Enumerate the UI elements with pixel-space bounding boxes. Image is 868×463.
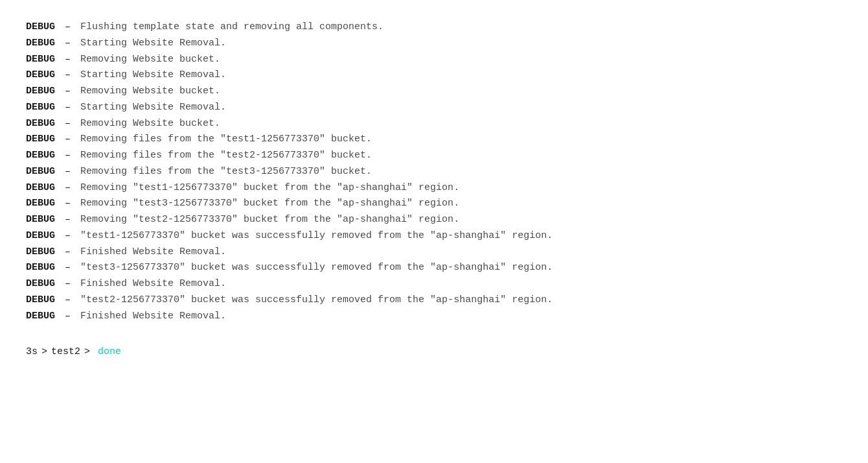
debug-label: DEBUG bbox=[26, 67, 55, 84]
log-message: Removing "test1-1256773370" bucket from … bbox=[80, 180, 459, 196]
debug-label: DEBUG bbox=[26, 52, 55, 68]
debug-label: DEBUG bbox=[26, 292, 55, 309]
log-message: Removing "test2-1256773370" bucket from … bbox=[80, 212, 459, 228]
debug-label: DEBUG bbox=[26, 212, 55, 228]
log-dash: – bbox=[59, 36, 76, 52]
log-message: "test2-1256773370" bucket was successful… bbox=[80, 292, 553, 309]
log-dash: – bbox=[59, 260, 76, 276]
log-dash: – bbox=[59, 52, 76, 68]
log-dash: – bbox=[59, 84, 76, 100]
log-line: DEBUG – Removing files from the "test1-1… bbox=[26, 132, 842, 148]
log-line: DEBUG – Finished Website Removal. bbox=[26, 244, 842, 261]
log-dash: – bbox=[59, 100, 76, 116]
log-line: DEBUG – Removing "test3-1256773370" buck… bbox=[26, 196, 842, 212]
log-message: Finished Website Removal. bbox=[80, 244, 226, 261]
debug-label: DEBUG bbox=[26, 180, 55, 196]
log-dash: – bbox=[59, 132, 76, 148]
footer-name: test2 bbox=[51, 346, 80, 357]
log-line: DEBUG – "test3-1256773370" bucket was su… bbox=[26, 260, 842, 276]
log-dash: – bbox=[59, 292, 76, 309]
log-message: Removing files from the "test1-125677337… bbox=[80, 132, 372, 148]
log-message: Finished Website Removal. bbox=[80, 309, 226, 325]
log-message: Removing files from the "test2-125677337… bbox=[80, 148, 372, 164]
log-dash: – bbox=[59, 164, 76, 180]
footer-arrow1: > bbox=[41, 346, 47, 357]
debug-label: DEBUG bbox=[26, 244, 55, 261]
debug-label: DEBUG bbox=[26, 132, 55, 148]
log-message: "test1-1256773370" bucket was successful… bbox=[80, 228, 553, 244]
debug-label: DEBUG bbox=[26, 309, 55, 325]
log-dash: – bbox=[59, 276, 76, 292]
log-container: DEBUG – Flushing template state and remo… bbox=[26, 13, 842, 331]
log-line: DEBUG – Removing Website bucket. bbox=[26, 116, 842, 132]
log-line: DEBUG – Flushing template state and remo… bbox=[26, 19, 842, 36]
log-line: DEBUG – Starting Website Removal. bbox=[26, 67, 842, 84]
debug-label: DEBUG bbox=[26, 164, 55, 180]
log-message: Removing files from the "test3-125677337… bbox=[80, 164, 372, 180]
log-line: DEBUG – Starting Website Removal. bbox=[26, 100, 842, 116]
log-message: Flushing template state and removing all… bbox=[80, 19, 383, 36]
log-dash: – bbox=[59, 228, 76, 244]
debug-label: DEBUG bbox=[26, 228, 55, 244]
log-message: Starting Website Removal. bbox=[80, 36, 226, 52]
log-line: DEBUG – Removing "test2-1256773370" buck… bbox=[26, 212, 842, 228]
log-message: Removing Website bucket. bbox=[80, 84, 220, 100]
log-message: Removing Website bucket. bbox=[80, 52, 220, 68]
log-message: Starting Website Removal. bbox=[80, 67, 226, 84]
log-line: DEBUG – Removing "test1-1256773370" buck… bbox=[26, 180, 842, 196]
footer-time: 3s bbox=[26, 346, 38, 357]
log-line: DEBUG – Removing Website bucket. bbox=[26, 84, 842, 100]
debug-label: DEBUG bbox=[26, 100, 55, 116]
footer: 3s > test2 > done bbox=[26, 346, 842, 357]
log-message: Finished Website Removal. bbox=[80, 276, 226, 292]
log-dash: – bbox=[59, 19, 76, 36]
log-line: DEBUG – Removing files from the "test3-1… bbox=[26, 164, 842, 180]
log-message: Removing Website bucket. bbox=[80, 116, 220, 132]
debug-label: DEBUG bbox=[26, 84, 55, 100]
debug-label: DEBUG bbox=[26, 148, 55, 164]
log-dash: – bbox=[59, 309, 76, 325]
log-message: Starting Website Removal. bbox=[80, 100, 226, 116]
log-line: DEBUG – "test1-1256773370" bucket was su… bbox=[26, 228, 842, 244]
log-line: DEBUG – Finished Website Removal. bbox=[26, 276, 842, 292]
debug-label: DEBUG bbox=[26, 116, 55, 132]
log-dash: – bbox=[59, 148, 76, 164]
log-line: DEBUG – Starting Website Removal. bbox=[26, 36, 842, 52]
debug-label: DEBUG bbox=[26, 196, 55, 212]
log-line: DEBUG – Removing Website bucket. bbox=[26, 52, 842, 68]
log-dash: – bbox=[59, 244, 76, 261]
log-line: DEBUG – Finished Website Removal. bbox=[26, 309, 842, 325]
debug-label: DEBUG bbox=[26, 36, 55, 52]
debug-label: DEBUG bbox=[26, 19, 55, 36]
log-dash: – bbox=[59, 67, 76, 84]
debug-label: DEBUG bbox=[26, 276, 55, 292]
log-message: "test3-1256773370" bucket was successful… bbox=[80, 260, 553, 276]
footer-arrow2: > bbox=[84, 346, 90, 357]
log-dash: – bbox=[59, 180, 76, 196]
log-line: DEBUG – Removing files from the "test2-1… bbox=[26, 148, 842, 164]
log-dash: – bbox=[59, 212, 76, 228]
log-dash: – bbox=[59, 196, 76, 212]
footer-status: done bbox=[98, 346, 121, 357]
log-message: Removing "test3-1256773370" bucket from … bbox=[80, 196, 459, 212]
log-line: DEBUG – "test2-1256773370" bucket was su… bbox=[26, 292, 842, 309]
log-dash: – bbox=[59, 116, 76, 132]
debug-label: DEBUG bbox=[26, 260, 55, 276]
